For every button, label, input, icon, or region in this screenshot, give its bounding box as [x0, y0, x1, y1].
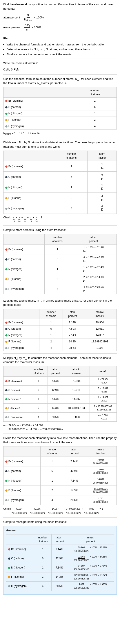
- count-table: numberof atoms Br (bromine) 1 C (carbon)…: [3, 87, 117, 130]
- atom-fraction-check: Check: 114 + 614 + 114 + 214 + 414 = 1: [3, 216, 117, 223]
- header-title: Find the elemental composition for bromo…: [3, 2, 117, 11]
- molecular-mass-section: Multiply N_i by m_i to compute the mass …: [3, 356, 117, 431]
- atom-fraction-table: numberof atoms atomfraction Br (bromine)…: [3, 150, 117, 214]
- mass-percent-final-intro: Compute mass percents using the mass fra…: [3, 520, 117, 524]
- plan-step-3: Finally, compute the percents and check …: [7, 52, 117, 57]
- molecular-mass-total: m = 79.904 u + 72.066 u + 14.007 u + 37.…: [3, 424, 117, 431]
- count-section: Use the chemical formula to count the nu…: [3, 77, 117, 136]
- element-f: F (fluorine): [4, 116, 73, 123]
- mass-fraction-section: Divide the mass for each element by m to…: [3, 436, 117, 515]
- table-row: F (fluorine) 2 214 × 100% = 14.3%: [4, 274, 117, 284]
- answer-label: Answer:: [6, 528, 114, 532]
- formula-section: atom percent = Ni Natoms × 100% mass per…: [3, 13, 117, 32]
- count-col-element: [4, 87, 73, 98]
- am-col-mass: atomicmass/u: [83, 309, 116, 319]
- ap-col-atoms: numberof atoms: [45, 234, 70, 244]
- table-row: N (nitrogen) 17.14% 14.007208.005806326: [4, 476, 117, 486]
- table-row: C (carbon) 6 614: [4, 172, 117, 182]
- table-row: C (carbon) 6 614 × 100% = 42.9%: [4, 254, 117, 264]
- table-row: H (hydrogen) 4 414 × 100% = 28.6%: [4, 284, 117, 294]
- mass-fraction-table: numberof atoms atompercent massfraction …: [3, 446, 117, 505]
- page-header: Find the elemental composition for bromo…: [3, 2, 117, 11]
- mf-col-fraction: massfraction: [85, 446, 117, 456]
- atom-percent-label: atom percent =: [3, 15, 22, 20]
- table-row: F (fluorine) 214.3%18.998403163: [4, 338, 117, 344]
- mass-percent-final-section: Compute mass percents using the mass fra…: [3, 520, 117, 594]
- element-n: N (nitrogen): [4, 110, 73, 116]
- atom-percent-intro: Compute atom percents using the atom fra…: [3, 228, 117, 232]
- am-col-element: [4, 309, 40, 319]
- chemical-formula-label: Write the chemical formula:: [3, 61, 117, 66]
- plan-section: Plan: Write the chemical formula and gat…: [3, 36, 117, 56]
- count-intro: Use the chemical formula to count the nu…: [3, 77, 117, 86]
- table-row: Br (bromine) 1: [4, 98, 117, 104]
- mm-col-mass: mass/u: [89, 366, 117, 376]
- table-row: H (hydrogen) 4 28.6% 4.032208.005806326 …: [6, 582, 114, 591]
- atomic-mass-section: Look up the atomic mass, m_i, in unified…: [3, 298, 117, 351]
- table-row: Br (bromine) 17.14% 79.904208.005806326: [4, 456, 117, 466]
- ap-col-element: [4, 234, 45, 244]
- table-row: Br (bromine) 1 114 × 100% = 7.14%: [4, 244, 117, 254]
- count-col-atoms: numberof atoms: [73, 87, 117, 98]
- total-atoms: Natoms = 1 + 6 + 1 + 2 + 4 = 14: [3, 131, 117, 136]
- mass-percent-label: mass percent =: [3, 25, 23, 30]
- element-c: C (carbon): [4, 104, 73, 110]
- plan-title: Plan:: [3, 36, 117, 40]
- table-row: N (nitrogen) 17.14%14.007: [4, 332, 117, 338]
- table-row: Br (bromine) 17.14%79.904 1 × 79.904= 79…: [4, 376, 117, 386]
- table-row: F (fluorine) 2: [4, 116, 117, 123]
- af-col-fraction: atomfraction: [88, 151, 117, 161]
- af-col-atoms: numberof atoms: [55, 151, 88, 161]
- count-br: 1: [73, 98, 117, 104]
- count-f: 2: [73, 116, 117, 123]
- am-col-atoms: numberof atoms: [40, 309, 62, 319]
- table-row: N (nitrogen) 17.14%14.007 1 × 14.007= 14…: [4, 394, 117, 404]
- table-row: C (carbon) 6 42.9% 72.066208.005806326 ×…: [6, 554, 114, 563]
- table-row: H (hydrogen) 428.6%1.008: [4, 344, 117, 351]
- mf-col-element: [4, 446, 41, 456]
- mass-percent-times: × 100%: [31, 25, 41, 30]
- table-row: N (nitrogen) 1 7.14% 14.007208.005806326…: [6, 563, 114, 572]
- count-c: 6: [73, 104, 117, 110]
- table-row: F (fluorine) 214.3% 37.996806326208.0058…: [4, 486, 117, 495]
- molecular-mass-intro: Multiply N_i by m_i to compute the mass …: [3, 356, 117, 364]
- chemical-formula-section: Write the chemical formula: C6H4BrF2N: [3, 61, 117, 72]
- molecular-mass-table: numberof atoms atompercent atomicmass/u …: [3, 366, 117, 422]
- mass-percent-final-table: numberof atoms atompercent masspercent B…: [6, 534, 114, 591]
- mm-col-atomic-mass: atomicmass/u: [63, 366, 89, 376]
- atomic-mass-table: numberof atoms atompercent atomicmass/u …: [3, 309, 117, 351]
- table-row: Br (bromine) 17.14%79.904: [4, 319, 117, 326]
- element-br: Br (bromine): [4, 98, 73, 104]
- mm-col-element: [4, 366, 30, 376]
- table-row: C (carbon) 6: [4, 104, 117, 110]
- table-row: N (nitrogen) 1: [4, 110, 117, 116]
- table-row: N (nitrogen) 1 114: [4, 182, 117, 193]
- table-row: Br (bromine) 1 7.14% 79.904208.005806326…: [6, 544, 114, 554]
- element-h: H (hydrogen): [4, 123, 73, 129]
- table-row: H (hydrogen) 4 414: [4, 203, 117, 214]
- table-row: H (hydrogen) 428.6%1.008 4 × 1.008= 4.03…: [4, 412, 117, 422]
- table-row: H (hydrogen) 428.6% 4.032208.005806326: [4, 495, 117, 505]
- table-row: N (nitrogen) 1 114 × 100% = 7.14%: [4, 264, 117, 274]
- table-row: F (fluorine) 2 14.3% 37.996806326208.005…: [6, 572, 114, 582]
- table-row: H (hydrogen) 4: [4, 123, 117, 129]
- table-row: C (carbon) 642.9%12.011 6 × 12.011= 72.0…: [4, 386, 117, 394]
- table-row: C (carbon) 642.9%12.011: [4, 326, 117, 332]
- atom-fraction-intro: Divide each N_i by N_atoms to calculate …: [3, 140, 117, 149]
- plan-step-2: Determine values for N_i, m_i, N_atoms, …: [7, 47, 117, 52]
- am-col-percent: atompercent: [62, 309, 83, 319]
- mm-col-percent: atompercent: [47, 366, 63, 376]
- ap-col-percent: atompercent: [70, 234, 117, 244]
- mass-fraction-intro: Divide the mass for each element by m to…: [3, 436, 117, 444]
- chemical-formula-value: C6H4BrF2N: [3, 67, 117, 72]
- atom-percent-section: Compute atom percents using the atom fra…: [3, 228, 117, 294]
- mass-fraction-check: Check: 79.904208.005806326 + 72.066208.0…: [3, 507, 117, 515]
- atomic-mass-intro: Look up the atomic mass, m_i, in unified…: [3, 298, 117, 307]
- mf-col-percent: atompercent: [64, 446, 85, 456]
- table-row: Br (bromine) 1 114: [4, 161, 117, 172]
- count-h: 4: [73, 123, 117, 129]
- plan-step-1: Write the chemical formula and gather at…: [7, 42, 117, 47]
- atom-percent-table: numberof atoms atompercent Br (bromine) …: [3, 234, 117, 294]
- atom-fraction-section: Divide each N_i by N_atoms to calculate …: [3, 140, 117, 223]
- af-col-element: [4, 151, 55, 161]
